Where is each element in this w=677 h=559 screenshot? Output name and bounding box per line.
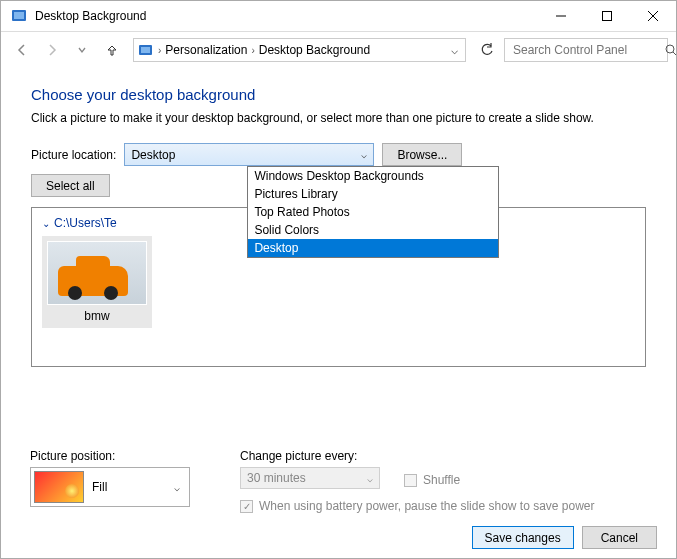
svg-rect-3 bbox=[603, 12, 612, 21]
position-preview-icon bbox=[34, 471, 84, 503]
location-option[interactable]: Pictures Library bbox=[248, 185, 498, 203]
refresh-button[interactable] bbox=[474, 38, 500, 62]
cancel-button[interactable]: Cancel bbox=[582, 526, 657, 549]
change-every-label: Change picture every: bbox=[240, 449, 647, 463]
dialog-footer: Save changes Cancel bbox=[472, 526, 657, 549]
chevron-down-icon: ⌵ bbox=[361, 149, 367, 160]
picture-thumbnail[interactable]: ✓ bmw bbox=[42, 236, 152, 328]
chevron-down-icon: ⌄ bbox=[42, 218, 50, 229]
search-input[interactable] bbox=[511, 42, 665, 58]
search-box[interactable] bbox=[504, 38, 668, 62]
search-icon[interactable] bbox=[665, 44, 677, 57]
thumbnail-image bbox=[47, 241, 147, 305]
breadcrumb-2[interactable]: Desktop Background bbox=[259, 43, 370, 57]
address-bar[interactable]: › Personalization › Desktop Background ⌵ bbox=[133, 38, 466, 62]
minimize-button[interactable] bbox=[538, 1, 584, 31]
change-interval-select: 30 minutes ⌵ bbox=[240, 467, 380, 489]
browse-button[interactable]: Browse... bbox=[382, 143, 462, 166]
back-button[interactable] bbox=[9, 38, 35, 62]
page-subtitle: Click a picture to make it your desktop … bbox=[31, 111, 646, 125]
picture-position-value: Fill bbox=[92, 480, 107, 494]
svg-point-8 bbox=[666, 45, 674, 53]
checkbox-icon bbox=[404, 474, 417, 487]
nav-bar: › Personalization › Desktop Background ⌵ bbox=[1, 32, 676, 68]
gallery-group-path: C:\Users\Te bbox=[54, 216, 117, 230]
location-option[interactable]: Top Rated Photos bbox=[248, 203, 498, 221]
shuffle-label: Shuffle bbox=[423, 473, 460, 487]
address-dropdown-icon[interactable]: ⌵ bbox=[447, 43, 461, 57]
picture-location-dropdown: Windows Desktop Backgrounds Pictures Lib… bbox=[247, 166, 499, 258]
forward-button[interactable] bbox=[39, 38, 65, 62]
chevron-down-icon: ⌵ bbox=[174, 482, 186, 493]
picture-location-label: Picture location: bbox=[31, 148, 116, 162]
recent-dropdown-icon[interactable] bbox=[69, 38, 95, 62]
breadcrumb-1[interactable]: Personalization bbox=[165, 43, 247, 57]
checkbox-icon: ✓ bbox=[240, 500, 253, 513]
select-all-button[interactable]: Select all bbox=[31, 174, 110, 197]
save-changes-button[interactable]: Save changes bbox=[472, 526, 574, 549]
breadcrumb-sep-icon: › bbox=[158, 45, 161, 56]
picture-name: bmw bbox=[47, 309, 147, 323]
up-button[interactable] bbox=[99, 38, 125, 62]
location-option[interactable]: Solid Colors bbox=[248, 221, 498, 239]
shuffle-checkbox: Shuffle bbox=[404, 473, 460, 487]
window-title: Desktop Background bbox=[35, 9, 538, 23]
location-option[interactable]: Windows Desktop Backgrounds bbox=[248, 167, 498, 185]
breadcrumb-sep-icon: › bbox=[251, 45, 254, 56]
picture-position-label: Picture position: bbox=[30, 449, 210, 463]
app-icon bbox=[11, 8, 27, 24]
title-bar: Desktop Background bbox=[1, 1, 676, 32]
maximize-button[interactable] bbox=[584, 1, 630, 31]
page-title: Choose your desktop background bbox=[31, 86, 646, 103]
content-area: Choose your desktop background Click a p… bbox=[1, 68, 676, 375]
picture-location-value: Desktop bbox=[131, 148, 175, 162]
svg-rect-1 bbox=[14, 12, 24, 19]
battery-checkbox: ✓ When using battery power, pause the sl… bbox=[240, 499, 595, 513]
close-button[interactable] bbox=[630, 1, 676, 31]
location-icon bbox=[138, 43, 154, 57]
svg-rect-7 bbox=[141, 47, 150, 53]
svg-line-9 bbox=[673, 52, 677, 56]
battery-label: When using battery power, pause the slid… bbox=[259, 499, 595, 513]
bottom-controls: Picture position: Fill ⌵ Change picture … bbox=[0, 449, 677, 513]
location-option-selected[interactable]: Desktop bbox=[248, 239, 498, 257]
picture-location-select[interactable]: Desktop ⌵ bbox=[124, 143, 374, 166]
change-interval-value: 30 minutes bbox=[247, 471, 306, 485]
chevron-down-icon: ⌵ bbox=[367, 473, 373, 484]
picture-position-select[interactable]: Fill ⌵ bbox=[30, 467, 190, 507]
